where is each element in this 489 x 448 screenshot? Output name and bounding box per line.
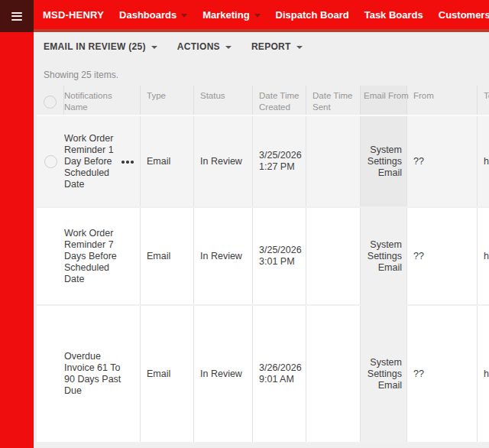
main-content: EMAIL IN REVIEW (25) ACTIONS REPORT Show…: [34, 32, 489, 448]
from-cell: ??: [407, 116, 478, 206]
column-header-to[interactable]: To: [478, 86, 489, 115]
row-select-cell: [37, 116, 64, 206]
table-row[interactable]: Work Order Reminder 1 Day Before Schedul…: [37, 115, 489, 208]
notification-name-cell: Overdue Invoice 61 To 90 Days Past Due: [64, 306, 141, 442]
notification-name-cell: Work Order Reminder 1 Day Before Schedul…: [64, 116, 141, 206]
nav-item-label: Task Boards: [364, 9, 423, 21]
chevron-down-icon: [296, 46, 303, 49]
nav-item-label: Dashboards: [119, 9, 176, 21]
actions-dropdown[interactable]: ACTIONS: [177, 41, 232, 52]
items-count-status: Showing 25 items.: [44, 70, 489, 80]
left-rail: [0, 32, 34, 448]
email-from-cell: System Settings Email: [361, 208, 407, 304]
date-created-cell: 3/26/2026 9:01 AM: [253, 306, 306, 442]
date-sent-cell: [306, 116, 361, 206]
row-select-cell: [37, 208, 64, 304]
list-toolbar: EMAIL IN REVIEW (25) ACTIONS REPORT: [34, 32, 489, 61]
email-from-cell: System Settings Email: [361, 306, 407, 442]
hamburger-icon: [11, 12, 22, 21]
nav-item-label: Marketing: [202, 9, 249, 21]
nav-item-label: Customers: [439, 9, 489, 21]
notification-name: Overdue Invoice 61 To 90 Days Past Due: [64, 351, 131, 397]
status-cell: In Review: [194, 306, 253, 442]
date-created-cell: 3/25/2026 3:01 PM: [253, 208, 306, 304]
table-row[interactable]: Work Order Reminder 7 Days Before Schedu…: [37, 208, 489, 306]
nav-item-task-boards[interactable]: Task Boards: [357, 0, 431, 29]
view-dropdown-email-in-review[interactable]: EMAIL IN REVIEW (25): [44, 41, 157, 52]
column-header-status[interactable]: Status: [194, 86, 253, 115]
chevron-down-icon: [254, 14, 261, 18]
notifications-table: Notifications Name Type Status Date Time…: [37, 86, 489, 443]
email-from-cell: System Settings Email: [361, 116, 407, 206]
notification-name: Work Order Reminder 7 Days Before Schedu…: [64, 228, 131, 285]
column-header-email-from[interactable]: Email From: [361, 86, 407, 115]
column-header-notifications-name[interactable]: Notifications Name: [64, 86, 141, 115]
chevron-down-icon: [151, 46, 157, 49]
type-cell: Email: [141, 306, 194, 442]
table-row[interactable]: Overdue Invoice 61 To 90 Days Past Due E…: [37, 306, 489, 443]
date-sent-cell: [306, 208, 361, 304]
nav-item-dispatch-board[interactable]: Dispatch Board: [268, 0, 357, 29]
to-cell: hl: [478, 116, 489, 206]
status-cell: In Review: [194, 208, 253, 304]
report-dropdown[interactable]: REPORT: [251, 41, 303, 52]
to-cell: hl: [478, 306, 489, 442]
date-created-cell: 3/25/2026 1:27 PM: [253, 116, 306, 206]
chevron-down-icon: [181, 14, 187, 18]
row-checkbox[interactable]: [44, 155, 57, 168]
to-cell: hl: [478, 208, 489, 304]
report-dropdown-label: REPORT: [251, 41, 291, 52]
column-header-from[interactable]: From: [407, 86, 478, 115]
column-header-label: Notifications Name: [64, 90, 131, 113]
from-cell: ??: [407, 306, 478, 442]
select-all-checkbox[interactable]: [44, 96, 57, 109]
column-header-date-time-created[interactable]: Date Time Created: [253, 86, 306, 115]
table-header-row: Notifications Name Type Status Date Time…: [37, 86, 489, 115]
nav-item-customers[interactable]: Customers: [431, 0, 489, 29]
nav-item-label: Dispatch Board: [276, 9, 349, 21]
actions-dropdown-label: ACTIONS: [177, 41, 220, 52]
status-cell: In Review: [194, 116, 253, 206]
chevron-down-icon: [225, 46, 232, 49]
column-header-date-time-sent[interactable]: Date Time Sent: [306, 86, 361, 115]
hamburger-button[interactable]: [0, 0, 34, 32]
notification-name-cell: Work Order Reminder 7 Days Before Schedu…: [64, 208, 141, 304]
date-sent-cell: [306, 306, 361, 442]
nav-brand[interactable]: MSD-HENRY: [34, 0, 112, 29]
from-cell: ??: [407, 208, 478, 304]
type-cell: Email: [141, 116, 194, 206]
select-all-cell: [37, 86, 64, 115]
type-cell: Email: [141, 208, 194, 304]
row-actions-button[interactable]: [121, 160, 135, 164]
top-navbar: MSD-HENRY Dashboards Marketing Dispatch …: [0, 0, 489, 32]
row-select-cell: [37, 306, 64, 442]
nav-item-marketing[interactable]: Marketing: [195, 0, 267, 29]
column-header-type[interactable]: Type: [141, 86, 194, 115]
ellipsis-icon: [121, 161, 125, 164]
view-dropdown-label: EMAIL IN REVIEW (25): [44, 41, 146, 52]
nav-item-dashboards[interactable]: Dashboards: [112, 0, 195, 29]
